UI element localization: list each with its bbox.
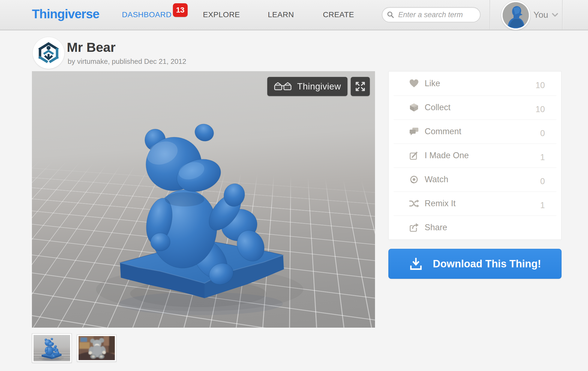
comment-bubbles-icon	[408, 127, 420, 136]
download-icon	[409, 257, 423, 271]
action-label: Like	[425, 79, 536, 88]
chevron-down-icon	[552, 13, 558, 17]
thing-actions-panel: Like 10 Collect 10	[388, 71, 562, 240]
edit-pencil-icon	[408, 151, 420, 160]
thing-title: Mr Bear	[67, 40, 116, 55]
header-divider	[490, 0, 490, 29]
collect-box-icon	[408, 103, 420, 112]
action-count: 1	[540, 152, 545, 162]
action-label: Watch	[425, 175, 540, 184]
action-watch[interactable]: Watch 0	[389, 167, 561, 192]
action-label: Share	[425, 223, 545, 232]
nav-explore[interactable]: EXPLORE	[203, 10, 240, 19]
nav-create[interactable]: CREATE	[323, 10, 354, 19]
heart-icon	[408, 79, 420, 88]
watch-eye-icon	[408, 175, 420, 184]
action-count: 10	[536, 80, 545, 90]
action-label: Remix It	[425, 199, 540, 208]
top-navigation-bar: Thingiverse DASHBOARD 13 EXPLORE LEARN C…	[0, 0, 588, 31]
creator-avatar[interactable]	[33, 37, 64, 69]
action-count: 1	[540, 201, 545, 210]
dashboard-notification-badge[interactable]: 13	[173, 3, 188, 17]
user-avatar[interactable]	[501, 1, 530, 30]
action-share[interactable]: Share	[389, 216, 561, 240]
search-box[interactable]	[382, 7, 481, 22]
action-label: Comment	[425, 127, 540, 136]
search-icon	[387, 11, 394, 19]
action-like[interactable]: Like 10	[389, 71, 561, 95]
download-button[interactable]: Download This Thing!	[388, 249, 562, 279]
action-label: I Made One	[425, 151, 540, 160]
thingiview-label: Thingiview	[297, 81, 341, 92]
thumbnail-photo[interactable]	[77, 334, 116, 362]
expand-arrows-icon	[355, 81, 366, 92]
action-count: 0	[540, 128, 545, 138]
model-render-viewport[interactable]: Thingiview	[32, 71, 375, 328]
thumbnail-render[interactable]	[32, 333, 72, 363]
user-avatar-image	[503, 2, 529, 28]
thingiverse-thing-page: Thingiverse DASHBOARD 13 EXPLORE LEARN C…	[0, 0, 588, 371]
user-menu[interactable]: You	[533, 10, 558, 20]
download-label: Download This Thing!	[433, 258, 541, 270]
virtumake-logo	[36, 40, 61, 65]
thumbnail-render-image	[34, 335, 70, 361]
action-remix[interactable]: Remix It 1	[389, 192, 561, 216]
remix-shuffle-icon	[408, 199, 420, 208]
thingiview-button[interactable]: Thingiview	[267, 77, 347, 96]
action-i-made-one[interactable]: I Made One 1	[389, 143, 561, 167]
action-count: 10	[536, 104, 545, 114]
action-count: 0	[540, 176, 545, 186]
search-input[interactable]	[398, 10, 476, 19]
header-divider	[562, 0, 563, 29]
share-icon	[408, 223, 420, 232]
3d-glasses-icon	[274, 82, 292, 91]
user-menu-label: You	[533, 10, 548, 20]
bear-model-render	[32, 71, 375, 328]
thumbnail-photo-image	[79, 336, 115, 360]
thing-byline[interactable]: by virtumake, published Dec 21, 2012	[68, 57, 186, 66]
nav-dashboard[interactable]: DASHBOARD	[122, 10, 172, 19]
nav-learn[interactable]: LEARN	[268, 10, 294, 19]
action-label: Collect	[425, 103, 536, 112]
action-collect[interactable]: Collect 10	[389, 95, 561, 119]
blue-bust-avatar	[503, 2, 529, 28]
thingiverse-logo[interactable]: Thingiverse	[32, 7, 99, 21]
action-comment[interactable]: Comment 0	[389, 119, 561, 143]
fullscreen-button[interactable]	[351, 77, 370, 96]
